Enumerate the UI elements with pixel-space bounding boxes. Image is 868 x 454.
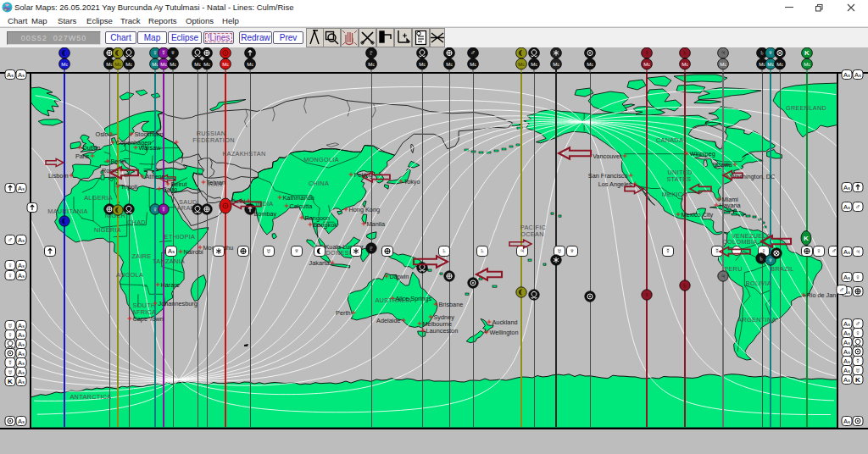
svg-text:☿: ☿ — [715, 246, 720, 255]
svg-text:♂: ♂ — [832, 246, 837, 255]
svg-text:Mc: Mc — [170, 61, 176, 67]
svg-text:Mc: Mc — [720, 61, 726, 67]
svg-text:As: As — [18, 368, 25, 376]
svg-text:As: As — [843, 329, 850, 337]
svg-text:Tehran: Tehran — [207, 179, 225, 186]
svg-text:As: As — [18, 272, 25, 280]
svg-text:ZAIRE: ZAIRE — [132, 252, 152, 260]
svg-text:As: As — [18, 359, 25, 367]
svg-text:♀: ♀ — [855, 329, 860, 337]
svg-text:♅: ♅ — [855, 366, 860, 374]
svg-text:♂: ♂ — [839, 285, 844, 294]
svg-text:Mc: Mc — [125, 61, 132, 67]
svg-text:Mc: Mc — [160, 61, 167, 67]
svg-text:Adelaide: Adelaide — [376, 317, 400, 324]
svg-text:♀: ♀ — [153, 48, 158, 57]
svg-text:As: As — [18, 340, 25, 348]
svg-text:♅: ♅ — [557, 246, 562, 255]
svg-text:Manila: Manila — [367, 220, 386, 228]
svg-text:Tokyo: Tokyo — [404, 178, 420, 185]
svg-text:♆: ♆ — [768, 48, 773, 57]
svg-text:Mc: Mc — [194, 61, 201, 67]
svg-text:As: As — [843, 357, 850, 365]
svg-text:As: As — [18, 378, 25, 385]
svg-text:As: As — [18, 236, 25, 244]
svg-text:Rio de Jan: Rio de Jan — [807, 291, 837, 299]
svg-text:K: K — [855, 376, 860, 384]
svg-text:Tripoli: Tripoli — [121, 183, 138, 191]
svg-text:Oslo: Oslo — [95, 130, 108, 138]
svg-text:GREENLAND: GREENLAND — [786, 104, 826, 112]
svg-text:As: As — [843, 376, 850, 384]
svg-text:OCEAN: OCEAN — [520, 230, 543, 238]
svg-text:♆: ♆ — [570, 246, 575, 255]
svg-text:As: As — [18, 418, 25, 425]
svg-text:♇: ♇ — [369, 48, 374, 57]
svg-text:Cape Town: Cape Town — [133, 315, 164, 323]
svg-text:K: K — [804, 235, 809, 242]
svg-text:ETHIOPIA: ETHIOPIA — [164, 233, 195, 241]
svg-text:Mc: Mc — [804, 61, 810, 67]
svg-text:ANTARCTICA: ANTARCTICA — [70, 393, 111, 401]
svg-text:Mc: Mc — [759, 61, 765, 67]
svg-text:Alice Springs: Alice Springs — [396, 295, 432, 302]
svg-text:Perth: Perth — [336, 309, 350, 317]
svg-text:As: As — [168, 247, 175, 255]
svg-text:Paris: Paris — [75, 152, 90, 160]
svg-text:Stockholm: Stockholm — [135, 130, 164, 138]
svg-text:Havana: Havana — [720, 202, 742, 209]
svg-text:Vancouver: Vancouver — [593, 152, 622, 160]
svg-text:As: As — [843, 320, 850, 328]
svg-text:KAZAKHSTAN: KAZAKHSTAN — [222, 150, 265, 158]
svg-text:☿: ☿ — [665, 246, 670, 255]
svg-text:Dublin: Dublin — [83, 144, 101, 152]
svg-text:♆: ♆ — [170, 48, 175, 57]
svg-text:Lisbom: Lisbom — [48, 172, 69, 180]
svg-text:☿: ☿ — [161, 48, 166, 57]
svg-text:♀: ♀ — [8, 261, 13, 269]
svg-text:♇: ♇ — [369, 244, 374, 252]
svg-text:♅: ♅ — [8, 368, 13, 376]
svg-text:BRAZIL: BRAZIL — [771, 265, 793, 273]
svg-text:♄: ♄ — [759, 254, 764, 263]
svg-text:Winnipeg: Winnipeg — [690, 150, 715, 158]
svg-text:As: As — [18, 71, 25, 79]
svg-text:ARGENTINA: ARGENTINA — [737, 316, 776, 324]
svg-text:COLOMBIA: COLOMBIA — [723, 238, 758, 246]
svg-text:ANGOLA: ANGOLA — [116, 271, 143, 279]
svg-text:♂: ♂ — [8, 235, 13, 244]
svg-text:♀: ♀ — [153, 205, 158, 213]
svg-text:As: As — [843, 184, 850, 191]
svg-text:Berlin: Berlin — [111, 158, 127, 165]
svg-text:Mc: Mc — [531, 61, 537, 67]
svg-text:ALGERIA: ALGERIA — [84, 194, 113, 202]
svg-text:♀: ♀ — [644, 48, 649, 57]
svg-text:Mc: Mc — [553, 61, 559, 67]
svg-text:As: As — [843, 248, 850, 256]
svg-text:As: As — [18, 262, 25, 269]
svg-text:NIGERIA: NIGERIA — [94, 226, 121, 234]
svg-text:Launceston: Launceston — [426, 327, 459, 335]
svg-text:Mc: Mc — [106, 61, 113, 67]
svg-text:K: K — [8, 378, 13, 385]
svg-text:As: As — [18, 331, 25, 339]
svg-text:CHAD: CHAD — [127, 219, 146, 226]
svg-text:Mc: Mc — [446, 61, 453, 67]
svg-text:♅: ♅ — [266, 246, 271, 255]
svg-text:As: As — [18, 185, 25, 192]
svg-text:♄: ♄ — [480, 246, 485, 255]
svg-text:Wellington: Wellington — [490, 329, 519, 336]
svg-text:♂: ♂ — [855, 319, 860, 328]
svg-text:♀: ♀ — [644, 291, 649, 299]
svg-text:Darwin: Darwin — [390, 273, 409, 280]
svg-text:Mc: Mc — [222, 61, 229, 67]
svg-text:MONGOLIA: MONGOLIA — [303, 156, 339, 163]
svg-text:Johannesburg: Johannesburg — [159, 300, 198, 307]
svg-text:♄: ♄ — [682, 48, 687, 57]
svg-text:As: As — [843, 274, 850, 281]
svg-text:CANADA: CANADA — [656, 136, 683, 144]
svg-text:♀: ♀ — [855, 273, 860, 281]
svg-text:As: As — [843, 348, 850, 356]
svg-text:Warsaw: Warsaw — [139, 144, 162, 152]
svg-text:Mc: Mc — [470, 61, 476, 67]
